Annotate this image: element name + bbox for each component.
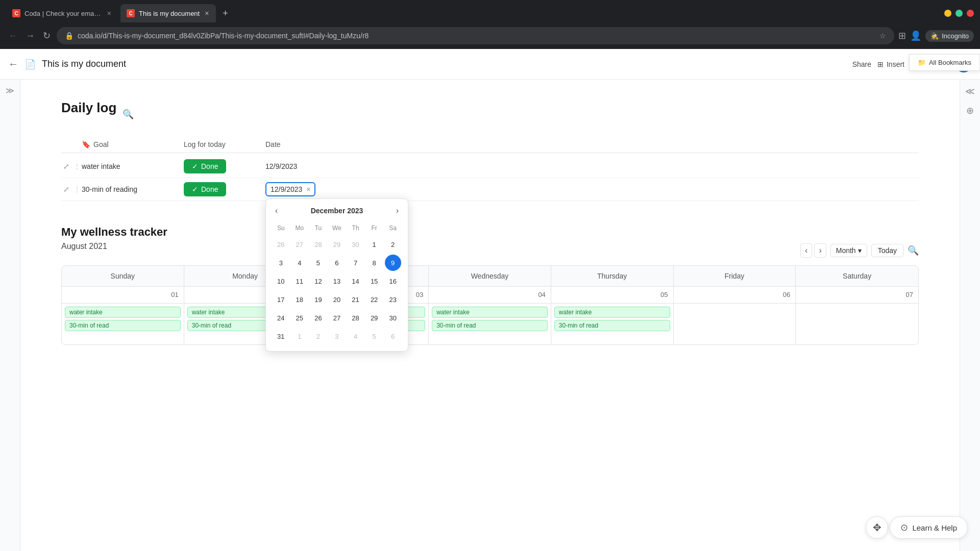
done-button-1[interactable]: ✓ Done bbox=[184, 159, 226, 173]
app-body: ≫ Daily log 🔍 🔖 Goal Log for today Date bbox=[0, 80, 980, 551]
cal-day[interactable]: 27 bbox=[291, 236, 308, 253]
calendar-view-select[interactable]: Month ▾ bbox=[830, 244, 867, 257]
cal-day[interactable]: 29 bbox=[329, 236, 345, 253]
cal-day[interactable]: 25 bbox=[291, 310, 308, 326]
event-tag[interactable]: water intake bbox=[65, 307, 181, 318]
close-button[interactable] bbox=[967, 10, 974, 17]
date-input[interactable]: 12/9/2023 × bbox=[265, 182, 315, 196]
row-drag-1[interactable]: ⋮ bbox=[73, 163, 82, 170]
cal-day[interactable]: 6 bbox=[329, 255, 345, 271]
cal-day[interactable]: 1 bbox=[291, 328, 308, 344]
cal-day[interactable]: 29 bbox=[366, 310, 382, 326]
cal-day-selected[interactable]: 9 bbox=[385, 255, 401, 271]
back-button[interactable]: ← bbox=[6, 29, 19, 43]
new-tab-button[interactable]: + bbox=[218, 6, 232, 20]
cal-day[interactable]: 18 bbox=[291, 291, 308, 308]
cal-day[interactable]: 6 bbox=[385, 328, 401, 344]
event-tag[interactable]: 30-min of read bbox=[432, 320, 548, 331]
log-today-column-header: Log for today bbox=[184, 140, 265, 148]
event-tag[interactable]: 30-min of read bbox=[554, 320, 670, 331]
cal-day[interactable]: 28 bbox=[348, 310, 364, 326]
week-event-cell-thursday: water intake 30-min of read bbox=[551, 304, 674, 344]
week-event-cell-wednesday: water intake 30-min of read bbox=[429, 304, 551, 344]
address-bar[interactable]: 🔒 coda.io/d/This-is-my-document_d84lv0Zi… bbox=[57, 27, 894, 44]
tab-title-1: Coda | Check your email to fin... bbox=[24, 10, 102, 17]
daily-log-section: Daily log 🔍 🔖 Goal Log for today Date ⤢ … bbox=[61, 100, 919, 201]
today-button[interactable]: Today bbox=[871, 244, 903, 257]
row-1-log: ✓ Done bbox=[184, 159, 265, 173]
cal-day[interactable]: 27 bbox=[329, 310, 345, 326]
cal-day[interactable]: 12 bbox=[310, 273, 326, 289]
reload-button[interactable]: ↻ bbox=[41, 28, 53, 43]
calendar-prev-month-button[interactable]: ‹ bbox=[800, 243, 812, 258]
cal-day[interactable]: 8 bbox=[366, 255, 382, 271]
cal-day[interactable]: 4 bbox=[348, 328, 364, 344]
event-tag[interactable]: 30-min of read bbox=[65, 320, 181, 331]
week-event-cell-friday bbox=[674, 304, 796, 344]
calendar-next-month-button[interactable]: › bbox=[814, 243, 826, 258]
cal-day[interactable]: 30 bbox=[385, 310, 401, 326]
cal-day[interactable]: 26 bbox=[310, 310, 326, 326]
cal-day[interactable]: 5 bbox=[310, 255, 326, 271]
cal-day[interactable]: 3 bbox=[329, 328, 345, 344]
cal-day[interactable]: 7 bbox=[348, 255, 364, 271]
add-content-icon[interactable]: ⊕ bbox=[966, 105, 974, 116]
cal-day[interactable]: 11 bbox=[291, 273, 308, 289]
forward-button[interactable]: → bbox=[23, 29, 37, 43]
daily-log-search-icon[interactable]: 🔍 bbox=[122, 109, 134, 120]
cal-day[interactable]: 28 bbox=[310, 236, 326, 253]
cal-day[interactable]: 15 bbox=[366, 273, 382, 289]
cal-day[interactable]: 22 bbox=[366, 291, 382, 308]
cal-day[interactable]: 5 bbox=[366, 328, 382, 344]
learn-help-button[interactable]: ⊙ Learn & Help bbox=[890, 516, 968, 539]
tab-active[interactable]: C This is my document × bbox=[120, 4, 216, 22]
back-nav-button[interactable]: ← bbox=[8, 58, 18, 70]
event-tag[interactable]: water intake bbox=[432, 307, 548, 318]
row-drag-2[interactable]: ⋮ bbox=[73, 186, 82, 193]
collapse-right-sidebar-icon[interactable]: ≪ bbox=[965, 86, 975, 97]
tab-close-2[interactable]: × bbox=[204, 8, 210, 18]
cal-day[interactable]: 3 bbox=[273, 255, 289, 271]
extensions-icon[interactable]: ⊞ bbox=[898, 30, 906, 41]
cal-day[interactable]: 31 bbox=[273, 328, 289, 344]
cal-day[interactable]: 20 bbox=[329, 291, 345, 308]
cal-day[interactable]: 17 bbox=[273, 291, 289, 308]
floating-action-button[interactable]: ✥ bbox=[866, 516, 888, 539]
row-expand-2[interactable]: ⤢ bbox=[61, 184, 72, 195]
minimize-button[interactable] bbox=[944, 10, 951, 17]
share-button[interactable]: Share bbox=[852, 60, 871, 68]
maximize-button[interactable] bbox=[955, 10, 963, 17]
calendar-next-button[interactable]: › bbox=[393, 205, 402, 216]
cal-day[interactable]: 2 bbox=[310, 328, 326, 344]
calendar-prev-button[interactable]: ‹ bbox=[272, 205, 281, 216]
week-header: Sunday Monday Tuesday Wednesday Thursday… bbox=[62, 266, 918, 287]
expand-sidebar-icon[interactable]: ≫ bbox=[6, 86, 14, 95]
insert-button[interactable]: ⊞ Insert bbox=[877, 60, 904, 68]
cal-day[interactable]: 2 bbox=[385, 236, 401, 253]
cal-day[interactable]: 14 bbox=[348, 273, 364, 289]
cal-day[interactable]: 10 bbox=[273, 273, 289, 289]
done-button-2[interactable]: ✓ Done bbox=[184, 182, 226, 196]
cal-day[interactable]: 4 bbox=[291, 255, 308, 271]
row-expand-1[interactable]: ⤢ bbox=[61, 161, 72, 172]
tab-inactive[interactable]: C Coda | Check your email to fin... × bbox=[6, 4, 118, 22]
cal-day[interactable]: 16 bbox=[385, 273, 401, 289]
event-tag[interactable]: water intake bbox=[554, 307, 670, 318]
cal-day[interactable]: 26 bbox=[273, 236, 289, 253]
profile-icon[interactable]: 👤 bbox=[910, 30, 921, 41]
cal-day[interactable]: 1 bbox=[366, 236, 382, 253]
date-clear-button[interactable]: × bbox=[306, 185, 310, 193]
cal-day[interactable]: 30 bbox=[348, 236, 364, 253]
wellness-search-icon[interactable]: 🔍 bbox=[908, 245, 919, 256]
cal-day[interactable]: 23 bbox=[385, 291, 401, 308]
star-icon[interactable]: ☆ bbox=[879, 32, 886, 40]
cal-day[interactable]: 24 bbox=[273, 310, 289, 326]
row-1-goal: water intake bbox=[82, 162, 184, 170]
week-day-wednesday: Wednesday bbox=[429, 266, 551, 286]
cal-day[interactable]: 19 bbox=[310, 291, 326, 308]
cal-day[interactable]: 21 bbox=[348, 291, 364, 308]
week-day-thursday: Thursday bbox=[551, 266, 674, 286]
tab-close-1[interactable]: × bbox=[106, 8, 112, 18]
cal-day[interactable]: 13 bbox=[329, 273, 345, 289]
all-bookmarks-bar[interactable]: 📁 All Bookmarks bbox=[909, 54, 980, 71]
